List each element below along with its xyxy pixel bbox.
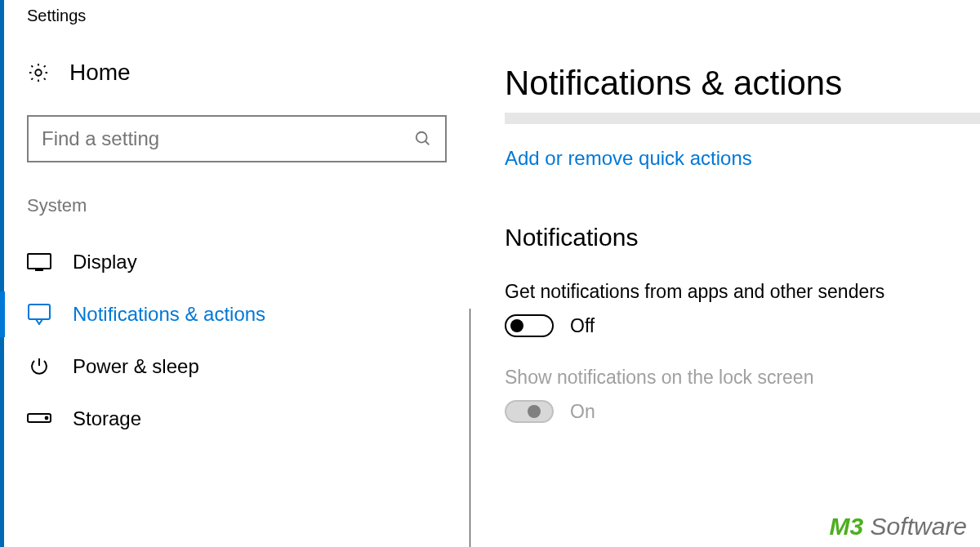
notifications-icon: [27, 304, 51, 325]
watermark: M3 Software: [830, 513, 967, 540]
power-icon: [27, 356, 51, 377]
display-icon: [27, 251, 51, 273]
toggle-apps[interactable]: [505, 314, 554, 337]
svg-rect-5: [29, 305, 50, 319]
setting-label-lockscreen: Show notifications on the lock screen: [505, 367, 980, 389]
search-row: [4, 100, 470, 195]
page-title: Notifications & actions: [505, 64, 980, 103]
toggle-row-apps: Off: [505, 314, 980, 337]
watermark-left: M3: [830, 513, 864, 540]
notifications-heading: Notifications: [505, 224, 980, 251]
svg-line-2: [425, 141, 430, 145]
sidebar-item-label: Power & sleep: [73, 355, 199, 378]
toggle-lockscreen: [505, 400, 554, 423]
settings-window: Settings Home System: [0, 0, 980, 547]
toggle-row-lockscreen: On: [505, 400, 980, 423]
svg-point-1: [416, 132, 427, 143]
toggle-knob: [528, 405, 541, 418]
search-input[interactable]: [42, 127, 414, 150]
svg-point-0: [35, 69, 41, 75]
home-label: Home: [69, 60, 131, 86]
sidebar: Settings Home System: [4, 0, 470, 547]
sidebar-item-display[interactable]: Display: [4, 236, 470, 288]
horizontal-bar: [505, 113, 980, 124]
search-box[interactable]: [27, 115, 447, 162]
sidebar-section-label: System: [4, 195, 470, 236]
toggle-knob: [510, 319, 523, 332]
toggle-state-lockscreen: On: [570, 401, 595, 423]
svg-rect-3: [28, 254, 51, 269]
search-icon: [414, 130, 432, 148]
main-content: Notifications & actions Add or remove qu…: [470, 0, 980, 547]
sidebar-item-notifications[interactable]: Notifications & actions: [4, 288, 470, 340]
setting-label-apps: Get notifications from apps and other se…: [505, 281, 980, 303]
sidebar-item-power[interactable]: Power & sleep: [4, 340, 470, 393]
home-nav[interactable]: Home: [4, 45, 470, 100]
sidebar-item-label: Notifications & actions: [73, 303, 265, 326]
window-title: Settings: [4, 0, 470, 45]
sidebar-item-label: Display: [73, 251, 137, 274]
svg-point-7: [46, 417, 48, 420]
storage-icon: [27, 408, 51, 429]
quick-actions-link[interactable]: Add or remove quick actions: [505, 147, 752, 170]
sidebar-item-storage[interactable]: Storage: [4, 393, 470, 445]
toggle-state-apps: Off: [570, 315, 595, 337]
sidebar-item-label: Storage: [73, 407, 141, 430]
watermark-right: Software: [863, 513, 967, 540]
gear-icon: [27, 61, 50, 84]
